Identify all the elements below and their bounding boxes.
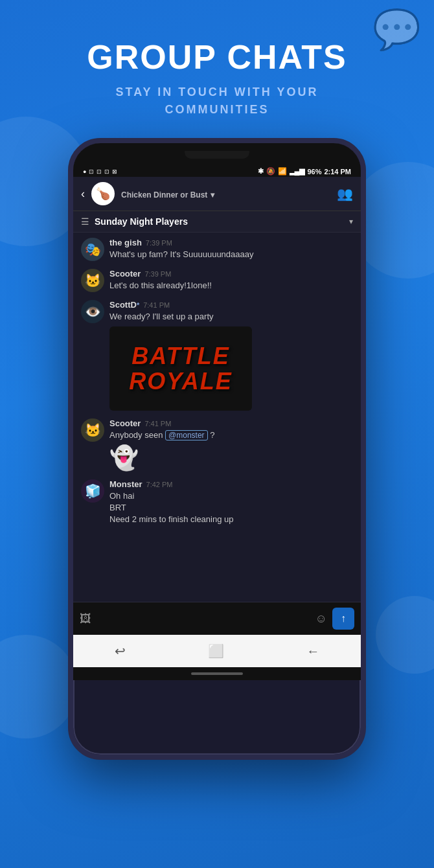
- message-text-2: Let's do this already!1lone!!: [109, 280, 353, 291]
- phone-frame: ● ⊡ ⊡ ⊡ ⊠ ✱ 🔕 📶 ▂▄▆ 96% 2:14 PM ‹ 🍗 Chic…: [68, 138, 366, 760]
- mute-icon: 🔕: [266, 167, 275, 176]
- avatar-scooter-2: 🐱: [81, 418, 104, 442]
- message-text-3: We ready? I'll set up a party: [109, 311, 353, 323]
- avatar-scooter-1: 🐱: [81, 269, 104, 292]
- sub-header: ☰ Sunday Night Players ▾: [73, 211, 361, 233]
- status-icon-box1: ⊡: [89, 168, 94, 175]
- username-monster: Monster: [109, 479, 143, 489]
- decorative-chat-icon: 💬: [372, 6, 421, 52]
- message-header-3: ScottD* 7:41 PM: [109, 300, 353, 310]
- message-5: 🧊 Monster 7:42 PM Oh hai BRT Need 2 mins…: [81, 479, 353, 526]
- monster-line-1: Oh hai: [109, 490, 353, 502]
- message-body-5: Monster 7:42 PM Oh hai BRT Need 2 mins t…: [109, 479, 353, 526]
- username-scooter-2: Scooter: [109, 418, 141, 428]
- status-bar: ● ⊡ ⊡ ⊡ ⊠ ✱ 🔕 📶 ▂▄▆ 96% 2:14 PM: [73, 166, 361, 177]
- message-time-3: 7:41 PM: [143, 301, 170, 309]
- emoji-picker-icon[interactable]: ☺: [315, 612, 327, 626]
- bg-circle-2: [0, 635, 78, 738]
- status-icon-box4: ⊠: [112, 168, 117, 175]
- message-text-5: Oh hai BRT Need 2 mins to finish cleanin…: [109, 490, 353, 526]
- message-header-4: Scooter 7:41 PM: [109, 418, 353, 428]
- message-2: 🐱 Scooter 7:39 PM Let's do this already!…: [81, 269, 353, 292]
- sub-header-title: Sunday Night Players: [95, 216, 344, 227]
- input-bar: 🖼 ☺ ↑: [73, 602, 361, 635]
- avatar-the-gish: 🎭: [81, 238, 104, 261]
- image-attach-icon[interactable]: 🖼: [80, 612, 91, 626]
- text-after-mention: ?: [210, 430, 214, 440]
- message-time-5: 7:42 PM: [146, 481, 173, 488]
- home-indicator-bar: [191, 672, 243, 675]
- phone-top-bar: [73, 143, 361, 166]
- message-input[interactable]: [97, 613, 310, 624]
- status-icon-box2: ⊡: [97, 168, 102, 175]
- username-scooter-1: Scooter: [109, 269, 141, 279]
- sub-header-dropdown[interactable]: ▾: [349, 217, 353, 226]
- back-button[interactable]: ‹: [81, 187, 85, 201]
- message-time-4: 7:41 PM: [144, 420, 171, 428]
- message-text-1: What's up fam? It's Suuuuuuundaaaay: [109, 249, 353, 260]
- app-header: ‹ 🍗 Chicken Dinner or Bust ▾ 👥: [73, 177, 361, 211]
- username-scottd: ScottD*: [109, 300, 139, 310]
- dropdown-arrow: ▾: [211, 190, 214, 200]
- status-left-icons: ● ⊡ ⊡ ⊡ ⊠: [83, 168, 117, 175]
- message-body-4: Scooter 7:41 PM Anybody seen @monster ? …: [109, 418, 353, 471]
- hamburger-icon[interactable]: ☰: [81, 216, 89, 227]
- message-body-3: ScottD* 7:41 PM We ready? I'll set up a …: [109, 300, 353, 411]
- nav-home-button[interactable]: ⬜: [208, 643, 224, 659]
- message-time-2: 7:39 PM: [144, 270, 171, 278]
- message-3: 👁️ ScottD* 7:41 PM We ready? I'll set up…: [81, 300, 353, 411]
- phone-bottom-bar: [73, 667, 361, 680]
- signal-icon: ▂▄▆: [290, 167, 305, 176]
- text-before-mention: Anybody seen: [109, 430, 163, 440]
- message-header-5: Monster 7:42 PM: [109, 479, 353, 489]
- clock-time: 2:14 PM: [324, 168, 351, 176]
- battery-level: 96%: [307, 168, 321, 176]
- monster-line-3: Need 2 mins to finish cleaning up: [109, 514, 353, 525]
- status-right-info: ✱ 🔕 📶 ▂▄▆ 96% 2:14 PM: [258, 167, 351, 176]
- avatar-scottd: 👁️: [81, 300, 104, 323]
- message-header-1: the gish 7:39 PM: [109, 238, 353, 247]
- nav-back-button[interactable]: ↩: [115, 643, 126, 659]
- phone-bottom-nav: ↩ ⬜ ←: [73, 635, 361, 667]
- message-header-2: Scooter 7:39 PM: [109, 269, 353, 279]
- message-time-1: 7:39 PM: [146, 239, 172, 247]
- battle-royale-text: BATTLEROYALE: [129, 343, 232, 394]
- message-text-4: Anybody seen @monster ?: [109, 429, 353, 441]
- chat-area: 🎭 the gish 7:39 PM What's up fam? It's S…: [73, 233, 361, 602]
- wifi-icon: 📶: [278, 167, 287, 176]
- message-4: 🐱 Scooter 7:41 PM Anybody seen @monster …: [81, 418, 353, 471]
- page-subtitle: STAY IN TOUCH WITH YOURCOMMUNITIES: [87, 84, 347, 119]
- status-icon-box3: ⊡: [104, 168, 109, 175]
- avatar-monster: 🧊: [81, 479, 104, 503]
- star-indicator: *: [137, 301, 139, 309]
- bg-circle-4: [376, 596, 434, 674]
- message-body-2: Scooter 7:39 PM Let's do this already!1l…: [109, 269, 353, 291]
- group-members-icon[interactable]: 👥: [337, 186, 353, 201]
- header-section: GROUP CHATS STAY IN TOUCH WITH YOURCOMMU…: [87, 0, 347, 138]
- username-the-gish: the gish: [109, 238, 142, 247]
- message-1: 🎭 the gish 7:39 PM What's up fam? It's S…: [81, 238, 353, 261]
- channel-avatar: 🍗: [91, 182, 115, 205]
- phone-notch: [185, 151, 249, 159]
- page-title: GROUP CHATS: [87, 39, 347, 76]
- mention-tag[interactable]: @monster: [165, 430, 208, 440]
- bluetooth-icon: ✱: [258, 167, 264, 176]
- nav-recent-button[interactable]: ←: [306, 644, 319, 659]
- battle-royale-image: BATTLEROYALE: [109, 326, 252, 411]
- channel-name: Chicken Dinner or Bust ▾: [121, 188, 330, 200]
- message-body-1: the gish 7:39 PM What's up fam? It's Suu…: [109, 238, 353, 260]
- status-icon-circle: ●: [83, 168, 86, 175]
- ghost-emoji: 👻: [109, 444, 353, 472]
- send-button[interactable]: ↑: [332, 608, 354, 630]
- monster-line-2: BRT: [109, 502, 353, 514]
